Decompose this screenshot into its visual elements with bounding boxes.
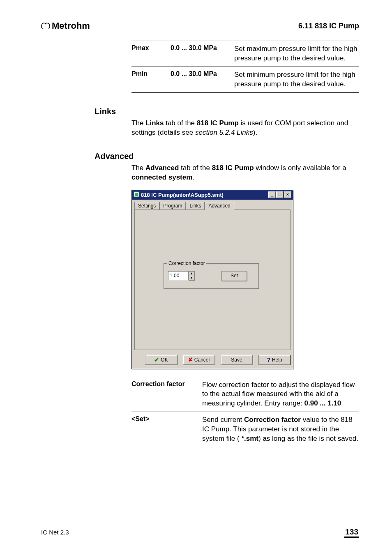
set-button[interactable]: Set <box>221 271 247 281</box>
footer-product: IC Net 2.3 <box>41 529 69 536</box>
tab-links[interactable]: Links <box>186 202 205 210</box>
x-icon: ✘ <box>188 357 193 363</box>
help-button[interactable]: ?Help <box>258 355 291 365</box>
groupbox-correction-factor: Correction factor ▲ ▼ Set <box>164 263 259 289</box>
minimize-button[interactable]: _ <box>268 191 276 198</box>
spin-buttons[interactable]: ▲ ▼ <box>189 271 195 281</box>
metrohm-logo-icon <box>41 21 50 31</box>
advanced-text: The Advanced tab of the 818 IC Pump wind… <box>131 164 359 182</box>
heading-links: Links <box>95 107 359 116</box>
ok-button[interactable]: ✔OK <box>145 355 177 365</box>
titlebar: 818 IC Pump(anion\ASupp5.smt) _ □ × <box>132 190 293 200</box>
section-ref: 6.11 818 IC Pump <box>298 22 359 30</box>
dialog-button-row: ✔OK ✘Cancel Save ?Help <box>132 352 293 369</box>
param-row-pmax: Pmax 0.0 ... 30.0 MPa Set maximum pressu… <box>131 41 359 67</box>
brand-logo: Metrohm <box>41 21 90 31</box>
app-icon <box>134 191 139 198</box>
tab-panel-advanced: Correction factor ▲ ▼ Set <box>134 210 291 350</box>
page-number: 133 <box>344 527 359 538</box>
param-name: Pmin <box>131 70 171 89</box>
maximize-button[interactable]: □ <box>276 191 284 198</box>
page-footer: IC Net 2.3 133 <box>41 527 359 538</box>
def-term: <Set> <box>131 415 202 444</box>
page-header: Metrohm 6.11 818 IC Pump <box>41 21 359 33</box>
brand-text: Metrohm <box>52 21 90 31</box>
links-text: The Links tab of the 818 IC Pump is used… <box>131 119 359 138</box>
def-desc: Flow correction factor to adjust the dis… <box>202 380 359 409</box>
groupbox-label: Correction factor <box>167 260 206 266</box>
def-row-correction-factor: Correction factor Flow correction factor… <box>131 377 359 412</box>
param-desc: Set minimum pressure limit for the high … <box>234 70 359 89</box>
param-range: 0.0 ... 30.0 MPa <box>171 70 234 89</box>
param-desc: Set maximum pressure limit for the high … <box>234 44 359 63</box>
svg-rect-1 <box>135 193 138 196</box>
tab-settings[interactable]: Settings <box>134 202 159 210</box>
heading-advanced: Advanced <box>95 152 359 161</box>
def-term: Correction factor <box>131 380 202 409</box>
tab-advanced[interactable]: Advanced <box>205 202 234 210</box>
spin-up-icon[interactable]: ▲ <box>189 272 194 276</box>
question-icon: ? <box>267 357 270 363</box>
correction-factor-spinner[interactable]: ▲ ▼ <box>168 271 195 281</box>
save-button[interactable]: Save <box>221 355 253 365</box>
spin-down-icon[interactable]: ▼ <box>189 276 194 280</box>
cancel-button[interactable]: ✘Cancel <box>183 355 215 365</box>
check-icon: ✔ <box>154 357 159 363</box>
tabs-row: Settings Program Links Advanced <box>132 200 293 210</box>
param-table: Pmax 0.0 ... 30.0 MPa Set maximum pressu… <box>131 41 359 93</box>
def-desc: Send current Correction factor value to … <box>202 415 359 444</box>
close-button[interactable]: × <box>284 191 291 198</box>
param-name: Pmax <box>131 44 171 63</box>
window-title: 818 IC Pump(anion\ASupp5.smt) <box>141 192 224 198</box>
dialog-screenshot: 818 IC Pump(anion\ASupp5.smt) _ □ × Sett… <box>131 190 359 369</box>
correction-factor-input[interactable] <box>168 271 189 280</box>
param-range: 0.0 ... 30.0 MPa <box>171 44 234 63</box>
dialog-window: 818 IC Pump(anion\ASupp5.smt) _ □ × Sett… <box>131 190 293 369</box>
tab-program[interactable]: Program <box>159 202 186 210</box>
param-row-pmin: Pmin 0.0 ... 30.0 MPa Set minimum pressu… <box>131 67 359 93</box>
def-row-set: <Set> Send current Correction factor val… <box>131 412 359 447</box>
